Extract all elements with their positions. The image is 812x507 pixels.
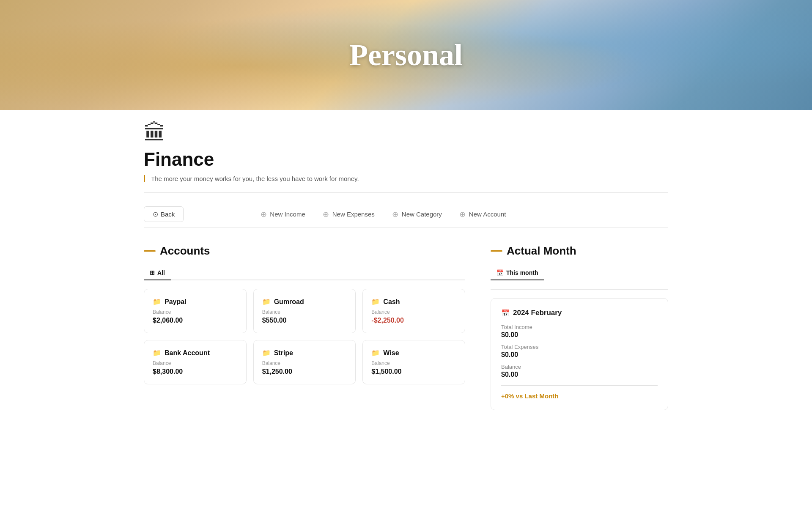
accounts-title: Accounts xyxy=(144,244,465,258)
new-income-button[interactable]: ⊕ New Income xyxy=(251,207,313,222)
tab-all[interactable]: ⊞ All xyxy=(144,266,171,280)
grid-icon: ⊞ xyxy=(150,269,155,276)
account-balance-label: Balance xyxy=(371,309,456,315)
new-category-button[interactable]: ⊕ New Category xyxy=(383,207,450,222)
new-expenses-button[interactable]: ⊕ New Expenses xyxy=(314,207,383,222)
account-card[interactable]: 📁 Gumroad Balance $550.00 xyxy=(253,289,356,333)
add-income-icon: ⊕ xyxy=(260,211,267,218)
add-category-icon: ⊕ xyxy=(392,211,399,218)
account-balance-label: Balance xyxy=(371,360,456,366)
account-name: 📁 Cash xyxy=(371,298,456,306)
folder-icon: 📁 xyxy=(371,298,380,306)
back-icon: ⊙ xyxy=(153,210,158,218)
balance-row: Balance $0.00 xyxy=(501,364,658,378)
actual-month-section: Actual Month 📅 This month 📅 2024 Februar… xyxy=(491,244,668,410)
page-icon: 🏛 xyxy=(144,120,668,145)
account-balance-value: -$2,250.00 xyxy=(371,317,456,324)
main-content: Accounts ⊞ All 📁 Paypal Balance $2,060.0… xyxy=(144,244,668,410)
account-card[interactable]: 📁 Cash Balance -$2,250.00 xyxy=(362,289,465,333)
account-balance-label: Balance xyxy=(262,309,347,315)
vs-last-month: +0% vs Last Month xyxy=(501,392,658,400)
page-heading: Finance xyxy=(144,149,668,170)
account-name: 📁 Wise xyxy=(371,349,456,357)
account-card[interactable]: 📁 Stripe Balance $1,250.00 xyxy=(253,340,356,384)
actual-month-tabs: 📅 This month xyxy=(491,266,668,290)
account-balance-value: $2,060.00 xyxy=(153,317,238,324)
add-account-icon: ⊕ xyxy=(459,211,466,218)
account-balance-value: $1,500.00 xyxy=(371,368,456,375)
month-calendar-icon: 📅 xyxy=(501,309,510,317)
actual-month-title: Actual Month xyxy=(491,244,668,258)
account-balance-label: Balance xyxy=(153,360,238,366)
month-card: 📅 2024 February Total Income $0.00 Total… xyxy=(491,298,668,410)
account-name: 📁 Gumroad xyxy=(262,298,347,306)
new-account-button[interactable]: ⊕ New Account xyxy=(450,207,515,222)
account-name: 📁 Stripe xyxy=(262,349,347,357)
folder-icon: 📁 xyxy=(153,349,161,357)
month-divider xyxy=(501,385,658,386)
accounts-tabs: ⊞ All xyxy=(144,266,465,280)
back-button[interactable]: ⊙ Back xyxy=(144,206,184,222)
account-balance-value: $550.00 xyxy=(262,317,347,324)
account-card[interactable]: 📁 Paypal Balance $2,060.00 xyxy=(144,289,247,333)
folder-icon: 📁 xyxy=(371,349,380,357)
folder-icon: 📁 xyxy=(262,349,271,357)
calendar-icon: 📅 xyxy=(497,269,504,276)
hero-title: Personal xyxy=(349,38,463,73)
accounts-grid: 📁 Paypal Balance $2,060.00 📁 Gumroad Bal… xyxy=(144,289,465,384)
account-card[interactable]: 📁 Bank Account Balance $8,300.00 xyxy=(144,340,247,384)
folder-icon: 📁 xyxy=(262,298,271,306)
total-expenses-row: Total Expenses $0.00 xyxy=(501,344,658,359)
add-expenses-icon: ⊕ xyxy=(322,211,330,218)
account-card[interactable]: 📁 Wise Balance $1,500.00 xyxy=(362,340,465,384)
toolbar: ⊙ Back ⊕ New Income ⊕ New Expenses ⊕ New… xyxy=(144,201,668,227)
account-balance-label: Balance xyxy=(153,309,238,315)
quote-block: The more your money works for you, the l… xyxy=(144,175,668,182)
account-balance-value: $1,250.00 xyxy=(262,368,347,375)
folder-icon: 📁 xyxy=(153,298,161,306)
month-card-title: 📅 2024 February xyxy=(501,309,658,317)
tab-this-month[interactable]: 📅 This month xyxy=(491,266,544,280)
total-income-row: Total Income $0.00 xyxy=(501,324,658,339)
account-balance-value: $8,300.00 xyxy=(153,368,238,375)
account-name: 📁 Bank Account xyxy=(153,349,238,357)
hero-banner: Personal xyxy=(0,0,812,110)
account-balance-label: Balance xyxy=(262,360,347,366)
accounts-section: Accounts ⊞ All 📁 Paypal Balance $2,060.0… xyxy=(144,244,465,384)
divider xyxy=(144,192,668,193)
account-name: 📁 Paypal xyxy=(153,298,238,306)
